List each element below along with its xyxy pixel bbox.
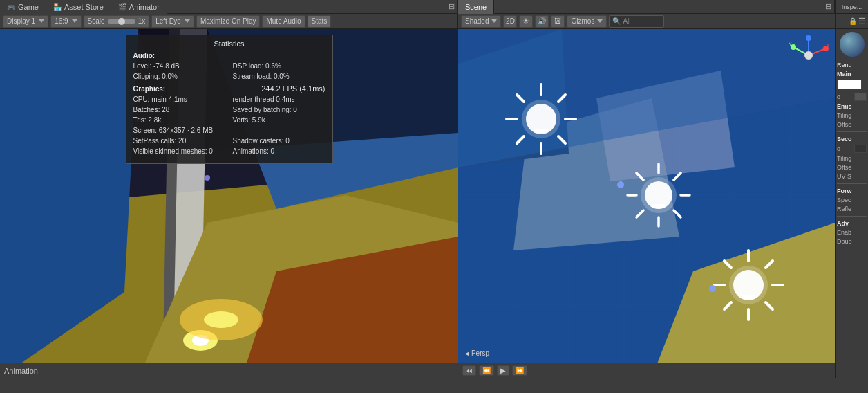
asset-store-icon: 🏪 — [53, 3, 62, 11]
shaded-selector[interactable]: Shaded — [461, 15, 501, 28]
inspector-refl-label: Refle — [837, 205, 867, 212]
scene-bottom-bar: ⏮ ⏪ ▶ ⏩ — [458, 363, 835, 378]
animator-icon: 🎬 — [118, 3, 126, 11]
stats-graphics-label: Graphics: — [133, 85, 166, 93]
inspector-tiling2-label: Tiling — [837, 155, 867, 162]
animation-label: Animation — [4, 367, 38, 375]
stats-clipping: Clipping: 0.0% — [133, 71, 226, 82]
inspector-tiling-label: Tiling — [837, 112, 867, 119]
scene-play-forward[interactable]: ⏩ — [512, 365, 527, 376]
audio-icon: 🔊 — [538, 17, 546, 25]
svg-text:Z: Z — [806, 35, 809, 37]
stats-title: Statistics — [133, 39, 326, 48]
scale-control: Scale 1x — [84, 15, 150, 28]
inspector-main-color[interactable] — [837, 80, 862, 89]
game-bottom-bar: Animation — [0, 363, 458, 378]
scene-play-back-back[interactable]: ⏮ — [462, 365, 476, 376]
2d-button[interactable]: 2D — [503, 15, 517, 28]
svg-point-12 — [204, 311, 238, 328]
tab-scene[interactable]: Scene — [458, 0, 494, 14]
tab-game[interactable]: 🎮 Game — [0, 0, 46, 14]
game-icon: 🎮 — [7, 3, 15, 11]
left-eye-chevron — [185, 19, 190, 23]
scene-svg — [458, 29, 835, 378]
svg-point-66 — [709, 285, 716, 292]
inspector-spec-label: Spec — [837, 196, 867, 203]
statistics-overlay: Statistics Audio: Level: -74.8 dB DSP lo… — [126, 35, 333, 164]
stats-animations: Animations: 0 — [226, 146, 326, 156]
svg-point-65 — [729, 266, 768, 304]
stats-visible-skinned: Visible skinned meshes: 0 — [133, 146, 226, 156]
svg-point-76 — [804, 51, 813, 60]
left-eye-label: Left Eye — [155, 17, 181, 25]
inspector-enab-label: Enab — [837, 229, 867, 236]
tab-asset-store[interactable]: 🏪 Asset Store — [46, 0, 111, 14]
display-chevron — [39, 19, 44, 23]
stats-screen: Screen: 634x357 · 2.6 MB — [133, 125, 326, 136]
search-icon: 🔍 — [612, 17, 621, 25]
svg-point-10 — [205, 175, 210, 181]
stats-button[interactable]: Stats — [308, 15, 332, 28]
inspector-doub-label: Doub — [837, 238, 867, 245]
scene-panel-collapse[interactable]: ⊟ — [822, 0, 834, 13]
gizmos-label: Gizmos — [571, 17, 594, 25]
scale-thumb — [118, 18, 125, 25]
inspector-emis-label: Emis — [837, 103, 867, 110]
stats-saved-batching: Saved by batching: 0 — [226, 104, 326, 115]
display-label: Display 1 — [7, 17, 35, 25]
gizmos-chevron — [597, 19, 603, 23]
svg-point-54 — [617, 181, 624, 188]
inspector-tab-label: Inspe... — [842, 3, 862, 10]
game-viewport: Statistics Audio: Level: -74.8 dB DSP lo… — [0, 29, 458, 378]
maximize-on-play-button[interactable]: Maximize On Play — [196, 15, 261, 28]
inspector-offset-label: Offse — [837, 121, 867, 128]
image-button[interactable]: 🖼 — [551, 15, 565, 28]
shaded-label: Shaded — [465, 17, 489, 25]
stats-audio-section: Audio: Level: -74.8 dB DSP load: 0.6% Cl… — [133, 52, 326, 82]
inspector-menu-icon[interactable]: ☰ — [858, 17, 866, 26]
gizmos-selector[interactable]: Gizmos — [567, 15, 607, 28]
game-panel-collapse[interactable]: ⊟ — [446, 0, 457, 13]
stats-graphics-section: Graphics: 244.2 FPS (4.1ms) CPU: main 4.… — [133, 84, 326, 156]
scene-search-box[interactable]: 🔍 All — [609, 15, 664, 28]
scale-slider[interactable] — [108, 19, 135, 24]
display-selector[interactable]: Display 1 — [3, 15, 48, 28]
stats-render-thread: render thread 0.4ms — [226, 94, 326, 104]
stats-shadow: Shadow casters: 0 — [226, 136, 326, 146]
scale-label: Scale — [88, 17, 105, 25]
scene-play[interactable]: ▶ — [497, 365, 509, 376]
stats-audio-label: Audio: — [133, 52, 326, 60]
2d-label: 2D — [506, 17, 515, 25]
tab-animator[interactable]: 🎬 Animator — [111, 0, 167, 14]
scale-value: 1x — [138, 17, 146, 25]
inspector-forw-label: Forw — [837, 188, 867, 194]
tab-asset-store-label: Asset Store — [64, 3, 104, 11]
maximize-on-play-label: Maximize On Play — [200, 17, 256, 25]
inspector-secon-label: Seco — [837, 136, 867, 143]
stats-tris: Tris: 2.8k — [133, 115, 226, 125]
inspector-panel: Rend Main o Emis Tiling Offse Seco o Til… — [835, 29, 868, 378]
inspector-offset2-label: Offse — [837, 164, 867, 171]
aspect-label: 16:9 — [55, 17, 68, 25]
sun-icon: ☀ — [522, 17, 529, 26]
svg-text:X: X — [827, 43, 829, 48]
audio-button[interactable]: 🔊 — [535, 15, 549, 28]
inspector-adv-label: Adv — [837, 220, 867, 227]
stats-stream: Stream load: 0.0% — [226, 71, 326, 82]
stats-dsp: DSP load: 0.6% — [226, 61, 326, 71]
scene-play-back[interactable]: ⏪ — [479, 365, 494, 376]
stats-cpu: CPU: main 4.1ms — [133, 94, 226, 104]
stats-level: Level: -74.8 dB — [133, 61, 226, 71]
aspect-selector[interactable]: 16:9 — [50, 15, 81, 28]
stats-fps: 244.2 FPS (4.1ms) — [261, 84, 325, 93]
inspector-rend-label: Rend — [837, 62, 867, 68]
inspector-uvs-label: UV S — [837, 173, 867, 180]
stats-label: Stats — [312, 17, 328, 25]
sun-button[interactable]: ☀ — [519, 15, 533, 28]
stats-verts: Verts: 5.9k — [226, 115, 326, 125]
left-eye-selector[interactable]: Left Eye — [151, 15, 194, 28]
inspector-secon-val: o — [837, 145, 840, 152]
inspector-main-section: Main — [837, 71, 867, 77]
mute-audio-button[interactable]: Mute Audio — [262, 15, 305, 28]
svg-point-53 — [641, 177, 677, 213]
